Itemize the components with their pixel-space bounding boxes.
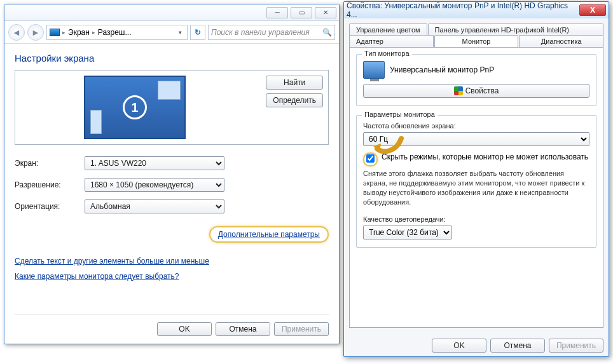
titlebar: Свойства: Универсальный монитор PnP и In… <box>344 2 609 18</box>
orientation-label: Ориентация: <box>15 202 85 211</box>
tab-panel-monitor: Тип монитора Универсальный монитор PnP С… <box>349 47 603 328</box>
resolution-select[interactable]: 1680 × 1050 (рекомендуется) <box>85 178 224 192</box>
tab-monitor[interactable]: Монитор <box>434 35 519 47</box>
detect-button[interactable]: Определить <box>266 93 323 107</box>
breadcrumb-sep: ▸ <box>62 29 65 36</box>
minimize-button[interactable]: ─ <box>266 7 288 18</box>
window-title: Свойства: Универсальный монитор PnP и In… <box>347 1 579 19</box>
monitor-name: Универсальный монитор PnP <box>390 65 494 74</box>
screen-select[interactable]: 1. ASUS VW220 <box>85 156 224 170</box>
orientation-select[interactable]: Альбомная <box>85 199 224 213</box>
breadcrumb-dropdown[interactable]: ▾ <box>176 29 184 36</box>
screen-settings-window: ─ ▭ ✕ ◄ ► ▸ Экран ▸ Разреш... ▾ ↻ Поиск … <box>4 4 340 344</box>
refresh-rate-select[interactable]: 60 Гц <box>363 132 589 146</box>
monitor-properties-window: Свойства: Универсальный монитор PnP и In… <box>343 1 609 357</box>
display-icon <box>50 29 60 36</box>
dialog-footer: OK Отмена Применить <box>15 314 329 336</box>
display-preview-box: 1 Найти Определить <box>15 70 329 145</box>
hide-modes-note: Снятие этого флажка позволяет выбрать ча… <box>363 169 589 206</box>
tab-color-management[interactable]: Управление цветом <box>349 24 427 36</box>
explorer-nav: ◄ ► ▸ Экран ▸ Разреш... ▾ ↻ Поиск в пане… <box>4 21 339 44</box>
breadcrumb[interactable]: ▸ Экран ▸ Разреш... ▾ <box>46 25 188 40</box>
color-quality-label: Качество цветопередачи: <box>363 215 589 223</box>
hide-modes-row: Скрыть режимы, которые монитор не может … <box>363 152 589 166</box>
advanced-link-row: Дополнительные параметры <box>15 226 329 243</box>
group-monitor-type: Тип монитора Универсальный монитор PnP С… <box>356 54 596 106</box>
close-button[interactable]: X <box>579 4 606 16</box>
close-button[interactable]: ✕ <box>315 7 336 18</box>
group-legend: Параметры монитора <box>362 111 437 118</box>
tabs-area: Управление цветом Панель управления HD-г… <box>344 18 609 328</box>
resolution-row: Разрешение: 1680 × 1050 (рекомендуется) <box>15 178 329 192</box>
color-quality-select[interactable]: True Color (32 бита) <box>363 226 452 239</box>
monitor-icon <box>363 61 385 79</box>
hide-modes-label: Скрыть режимы, которые монитор не может … <box>382 152 588 161</box>
ok-button[interactable]: OK <box>157 322 212 336</box>
refresh-rate-label: Частота обновления экрана: <box>363 122 589 130</box>
tab-diagnostics[interactable]: Диагностика <box>519 35 603 47</box>
text-size-link[interactable]: Сделать текст и другие элементы больше и… <box>15 257 209 266</box>
window-controls: ─ ▭ ✕ <box>4 4 339 21</box>
screen-settings-body: Настройки экрана 1 Найти Определить Экра… <box>4 44 339 344</box>
resolution-label: Разрешение: <box>15 180 85 189</box>
advanced-settings-link[interactable]: Дополнительные параметры <box>218 230 320 239</box>
back-button[interactable]: ◄ <box>8 24 25 41</box>
page-title: Настройки экрана <box>15 53 329 64</box>
orientation-row: Ориентация: Альбомная <box>15 199 329 213</box>
search-input[interactable]: Поиск в панели управления 🔍 <box>208 25 335 40</box>
help-links: Сделать текст и другие элементы больше и… <box>15 257 329 287</box>
search-placeholder: Поиск в панели управления <box>211 28 310 37</box>
cancel-button[interactable]: Отмена <box>216 322 270 336</box>
apply-button: Применить <box>274 322 329 336</box>
group-monitor-params: Параметры монитора Частота обновления эк… <box>356 115 596 248</box>
group-legend: Тип монитора <box>362 50 412 57</box>
tab-adapter[interactable]: Адаптер <box>349 35 434 47</box>
breadcrumb-item[interactable]: Экран <box>68 28 90 37</box>
find-button[interactable]: Найти <box>266 76 323 90</box>
dialog-footer: OK Отмена Применить <box>432 339 603 353</box>
monitor-preview[interactable]: 1 <box>84 76 186 139</box>
tab-intel-panel[interactable]: Панель управления HD-графикой Intel(R) <box>428 24 603 36</box>
hide-modes-checkbox[interactable] <box>366 154 375 163</box>
screen-label: Экран: <box>15 159 85 168</box>
apply-button: Применить <box>549 339 603 353</box>
maximize-button[interactable]: ▭ <box>291 7 312 18</box>
help-monitor-link[interactable]: Какие параметры монитора следует выбрать… <box>15 272 179 281</box>
search-icon: 🔍 <box>322 28 332 37</box>
monitor-number: 1 <box>123 95 147 119</box>
refresh-button[interactable]: ↻ <box>190 25 205 40</box>
ok-button[interactable]: OK <box>432 339 486 353</box>
screen-row: Экран: 1. ASUS VW220 <box>15 156 329 170</box>
shield-icon <box>454 86 463 95</box>
forward-button[interactable]: ► <box>27 24 44 41</box>
breadcrumb-item[interactable]: Разреш... <box>98 28 132 37</box>
breadcrumb-sep: ▸ <box>92 29 95 36</box>
cancel-button[interactable]: Отмена <box>490 339 545 353</box>
properties-button[interactable]: Свойства <box>363 84 589 98</box>
